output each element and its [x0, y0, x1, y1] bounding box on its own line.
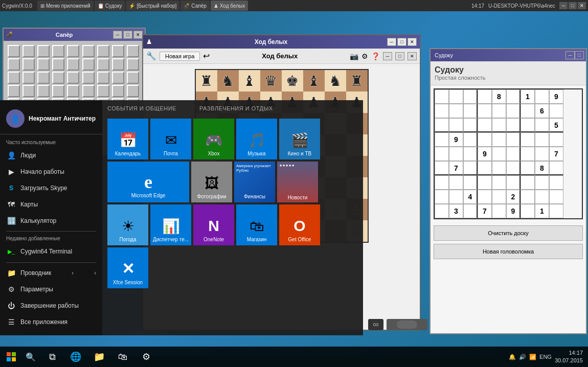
- sudoku-cell[interactable]: [492, 147, 506, 161]
- sudoku-cell[interactable]: [506, 147, 521, 161]
- tile-xfce[interactable]: ✕ Xfce Session: [107, 247, 148, 288]
- sudoku-cell[interactable]: [478, 118, 492, 132]
- chess-cell[interactable]: ♜: [346, 70, 368, 91]
- taskbar-quick[interactable]: ⚡ [Быстрый набор]: [126, 1, 179, 11]
- chess-cell[interactable]: ♚: [282, 70, 303, 91]
- mine-minimize[interactable]: ─: [113, 31, 122, 39]
- sudoku-cell[interactable]: [478, 132, 492, 147]
- mine-cell[interactable]: [52, 85, 64, 97]
- sudoku-cell[interactable]: [478, 190, 492, 204]
- chess-cell[interactable]: ♜: [196, 70, 217, 91]
- network-icon[interactable]: 📶: [529, 354, 536, 360]
- mine-cell[interactable]: [67, 72, 79, 84]
- sudoku-cell[interactable]: [535, 175, 549, 190]
- sudoku-cell[interactable]: [535, 118, 549, 132]
- sudoku-cell[interactable]: [435, 204, 449, 218]
- sudoku-cell[interactable]: 7: [549, 147, 563, 161]
- chess-toolbar-close[interactable]: ✕: [408, 52, 417, 60]
- tile-xbox[interactable]: 🎮 Xbox: [193, 119, 234, 159]
- sudoku-cell[interactable]: [449, 118, 463, 132]
- maximize-btn[interactable]: □: [569, 2, 577, 9]
- mine-cell[interactable]: [97, 58, 109, 71]
- sudoku-cell[interactable]: 8: [535, 161, 549, 175]
- sudoku-cell[interactable]: [506, 118, 521, 132]
- mine-cell[interactable]: [82, 58, 95, 71]
- mine-cell[interactable]: [112, 72, 124, 84]
- tile-dispatcher[interactable]: 📊 Диспетчер те...: [150, 204, 191, 245]
- mine-cell[interactable]: [37, 85, 50, 97]
- taskbar-app-menu[interactable]: ⊞ Меню приложений: [37, 1, 94, 11]
- sudoku-cell[interactable]: [463, 161, 478, 175]
- chess-camera-icon[interactable]: 📷: [350, 52, 358, 60]
- sudoku-cell[interactable]: [549, 104, 563, 118]
- store-taskbar-btn[interactable]: 🛍: [111, 348, 134, 366]
- sudoku-cell[interactable]: [449, 190, 463, 204]
- search-button[interactable]: 🔍: [21, 348, 40, 366]
- chess-maximize[interactable]: □: [397, 38, 406, 46]
- sudoku-cell[interactable]: [521, 104, 535, 118]
- sudoku-cell[interactable]: [463, 104, 478, 118]
- sudoku-cell[interactable]: [449, 104, 463, 118]
- chess-cell[interactable]: ♝: [239, 70, 260, 91]
- mine-cell[interactable]: [52, 45, 64, 57]
- chess-cell[interactable]: ♝: [303, 70, 325, 91]
- sudoku-maximize[interactable]: □: [575, 51, 584, 59]
- menu-item-explorer[interactable]: 📁 Проводник ›: [0, 265, 102, 281]
- sudoku-new-btn[interactable]: Новая головоломка: [434, 244, 583, 259]
- sudoku-cell[interactable]: [549, 190, 563, 204]
- sudoku-cell[interactable]: [449, 89, 463, 104]
- volume-icon[interactable]: 🔊: [519, 354, 526, 360]
- sudoku-cell[interactable]: [435, 89, 449, 104]
- sudoku-cell[interactable]: [549, 161, 563, 175]
- mine-cell[interactable]: [127, 72, 139, 84]
- tile-photos[interactable]: 🖼 Фотографии: [191, 162, 232, 202]
- sudoku-cell[interactable]: 7: [449, 161, 463, 175]
- mine-cell[interactable]: [8, 85, 20, 97]
- chess-minimize[interactable]: ─: [387, 38, 396, 46]
- tile-edge[interactable]: e Microsoft Edge: [107, 162, 189, 202]
- sudoku-cell[interactable]: [521, 132, 535, 147]
- sudoku-cell[interactable]: [521, 118, 535, 132]
- sudoku-cell[interactable]: 3: [449, 204, 463, 218]
- sudoku-cell[interactable]: 7: [478, 204, 492, 218]
- menu-item-skype[interactable]: S Загрузить Skype: [0, 180, 102, 196]
- tile-weather[interactable]: ☀ Погода: [107, 204, 148, 245]
- tile-onenote[interactable]: N OneNote: [193, 204, 234, 245]
- mine-cell[interactable]: [82, 72, 95, 84]
- mine-cell[interactable]: [37, 58, 50, 71]
- mine-cell[interactable]: [8, 72, 20, 84]
- sudoku-cell[interactable]: [435, 132, 449, 147]
- notification-icon[interactable]: 🔔: [509, 354, 516, 360]
- tile-mail[interactable]: ✉ Почта: [150, 119, 191, 159]
- menu-item-start[interactable]: ▶ Начало работы: [0, 164, 102, 180]
- sudoku-cell[interactable]: 5: [549, 118, 563, 132]
- sudoku-minimize[interactable]: ─: [566, 51, 575, 59]
- sudoku-cell[interactable]: 9: [506, 204, 521, 218]
- tile-getoffice[interactable]: O Get Office: [279, 204, 320, 245]
- sudoku-cell[interactable]: [435, 190, 449, 204]
- sudoku-cell[interactable]: [506, 175, 521, 190]
- sudoku-cell[interactable]: [435, 175, 449, 190]
- explorer-btn[interactable]: 📁: [88, 348, 110, 366]
- chess-toolbar-maximize[interactable]: □: [395, 52, 404, 60]
- mine-cell[interactable]: [67, 58, 79, 71]
- mine-cell[interactable]: [97, 45, 109, 57]
- menu-item-people[interactable]: 👤 Люди: [0, 147, 102, 164]
- sudoku-cell[interactable]: 4: [463, 190, 478, 204]
- taskview-btn[interactable]: ⧉: [41, 348, 63, 366]
- sudoku-cell[interactable]: [506, 161, 521, 175]
- sudoku-cell[interactable]: [435, 147, 449, 161]
- sudoku-cell[interactable]: 1: [521, 89, 535, 104]
- tile-store[interactable]: 🛍 Магазин: [236, 204, 277, 245]
- sudoku-cell[interactable]: [463, 118, 478, 132]
- sudoku-cell[interactable]: [535, 132, 549, 147]
- chess-toolbar-minimize[interactable]: ─: [383, 52, 392, 60]
- sudoku-cell[interactable]: [521, 147, 535, 161]
- sudoku-cell[interactable]: [549, 204, 563, 218]
- mine-cell[interactable]: [37, 45, 50, 57]
- mine-cell[interactable]: [22, 85, 35, 97]
- mine-cell[interactable]: [97, 85, 109, 97]
- menu-item-all-apps[interactable]: ☰ Все приложения: [0, 314, 102, 330]
- mine-cell[interactable]: [8, 58, 20, 71]
- sudoku-cell[interactable]: [492, 204, 506, 218]
